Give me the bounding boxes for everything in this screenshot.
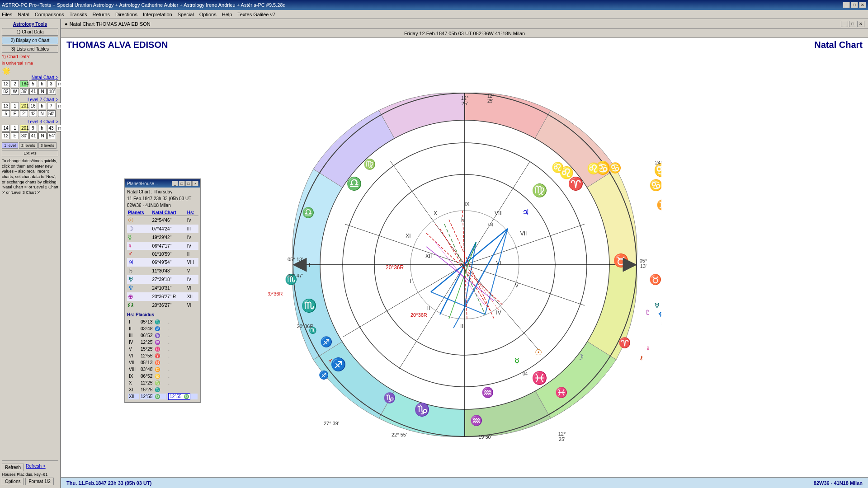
svg-text:VII: VII [520,230,527,237]
menu-directions[interactable]: Directions [115,12,137,17]
options-btn[interactable]: Options [2,478,24,485]
svg-text:25': 25' [461,101,467,106]
title-bar: ASTRO-PC Pro+Texts + Special Uranian Ast… [0,0,868,10]
house-dot: . [167,380,198,386]
planet-window-controls[interactable]: _ □ □ × [172,181,198,186]
col-hs[interactable]: Hs: [186,210,198,216]
svg-text:☉: ☉ [535,348,542,357]
menu-transits[interactable]: Transits [70,12,87,17]
planet-table: Planets Natal Chart Hs: ☉22°54'46"IV☽07°… [127,210,198,310]
col-planets[interactable]: Planets [127,210,151,216]
format-btn[interactable]: Format 1/2 [25,478,53,485]
menu-files[interactable]: Files [2,12,12,17]
natal-lat1[interactable]: 41 [29,88,38,95]
planet-position: 06°47'17" [151,242,186,250]
planet-position: 27°39'18" [151,275,186,284]
chart-area: THOMAS ALVA EDISON Natal Chart Planet/Ho… [61,38,868,477]
content-close-btn[interactable]: ✕ [857,21,864,27]
sidebar-bottom: Refresh Refresh > Houses Placidus, key=6… [2,460,58,486]
level3-row1: 14 1 2015 9 h 43 m 25 [2,125,58,131]
display-on-chart-btn[interactable]: 2) Display on Chart [2,37,58,44]
natal-long3[interactable]: 36' [20,88,28,95]
svg-text:25': 25' [487,99,493,103]
svg-text:12°: 12° [487,94,494,99]
planet-content: Natal Chart : Thursday 11 Feb.1847 23h 3… [125,188,200,402]
svg-text:♉: ♉ [649,273,661,286]
level2-link[interactable]: Level 2 Chart > [28,97,58,102]
house-dot: . [167,353,198,359]
planet-date2: 11 Feb.1847 23h 33 (05h 03 UT [127,196,198,201]
house-dot[interactable]: 12°55' ♎ [167,394,198,399]
natal-chart-link[interactable]: Natal Chart > [32,75,58,80]
chart-data-btn[interactable]: 1) Chart Data [2,28,58,36]
svg-text:25': 25' [558,436,565,441]
menu-help[interactable]: Help [222,12,232,17]
menu-comparisons[interactable]: Comparisons [35,12,64,17]
status-date: Thu. 11.Feb.1847 23h 33 (05h 03 UT) [66,480,151,486]
house-num: X [128,380,139,386]
content-window-controls[interactable]: _ □ ✕ [841,21,864,27]
houses-table: I05°13' ♏.II03°48' ♐.III06°52' ♑.IV12°25… [127,318,198,400]
natal-day[interactable]: 12 [2,80,10,87]
col-natal[interactable]: Natal Chart [151,210,186,216]
menu-natal[interactable]: Natal [18,12,29,17]
natal-year[interactable]: 1847 [20,80,28,87]
person-name: THOMAS ALVA EDISON [66,40,168,50]
house-num: II [128,326,139,332]
house-dot: . [167,360,198,366]
refresh-link[interactable]: Refresh > [26,464,46,471]
astrology-tools-title: Astrology Tools [2,22,58,27]
natal-long2[interactable]: W [11,88,19,95]
pw-close[interactable]: × [192,181,198,186]
planet-position: 11°30'48" [151,267,186,275]
svg-text:I: I [309,262,310,268]
natal-long1[interactable]: 82 [2,88,10,95]
level3-btn[interactable]: 3 levels [38,142,57,149]
svg-text:05°: 05° [639,258,647,263]
menu-special[interactable]: Special [178,12,194,17]
planet-symbol: ♅ [127,275,151,284]
svg-text:04: 04 [523,371,528,376]
house-num: VI [128,353,139,359]
planet-symbol: ♃ [127,258,151,267]
refresh-btn[interactable]: Refresh [2,464,24,471]
lists-tables-btn[interactable]: 3) Lists and Tables [2,45,58,53]
svg-text:♑: ♑ [414,402,429,417]
svg-text:12°: 12° [558,431,566,436]
ext-pts-btn[interactable]: Ext Pts [2,150,58,156]
pw-restore[interactable]: □ [185,181,192,186]
sidebar-status: Houses Placidus, key=61 [2,472,58,477]
content-header-left: ● Natal Chart THOMAS ALVA EDISON [65,21,151,27]
svg-text:♓: ♓ [555,386,567,399]
level3-link[interactable]: Level 3 Chart > [28,119,58,124]
menu-returns[interactable]: Returns [92,12,110,17]
menu-textes[interactable]: Textes Galilée v7 [237,12,275,17]
chart-svg-container: Planet/House... _ □ □ × Natal Chart : Th… [61,52,868,477]
maximize-btn[interactable]: □ [851,2,858,8]
close-btn[interactable]: ✕ [859,2,866,8]
planet-house: IV [186,233,198,242]
menu-interpretation[interactable]: Interpretation [143,12,172,17]
minimize-btn[interactable]: _ [843,2,850,8]
menu-options[interactable]: Options [199,12,217,17]
natal-chart-icon: 🌟 [2,66,11,75]
natal-m[interactable]: 3 [47,80,55,87]
planet-date1: Natal Chart : Thursday [127,189,198,194]
pw-minimize[interactable]: _ [172,181,178,186]
natal-lat3[interactable]: 18' [47,88,56,95]
pw-maximize[interactable]: □ [179,181,185,186]
planet-date3: 82W36 - 41N18 Milan [127,203,198,208]
level2-btn[interactable]: 2 levels [19,142,38,149]
content-maximize-btn[interactable]: □ [849,21,856,27]
app-title: ASTRO-PC Pro+Texts + Special Uranian Ast… [2,2,286,8]
svg-text:VIII: VIII [494,210,502,216]
level1-btn[interactable]: 1 level [2,142,18,149]
natal-lat2[interactable]: N [38,88,47,95]
content-minimize-btn[interactable]: _ [841,21,848,27]
svg-text:06° 47': 06° 47' [287,273,302,278]
house-dot: . [167,366,198,372]
window-controls[interactable]: _ □ ✕ [843,2,866,8]
options-row: Options Format 1/2 [2,478,58,485]
svg-text:27° 39': 27° 39' [323,421,339,426]
natal-month[interactable]: 2 [11,80,19,87]
